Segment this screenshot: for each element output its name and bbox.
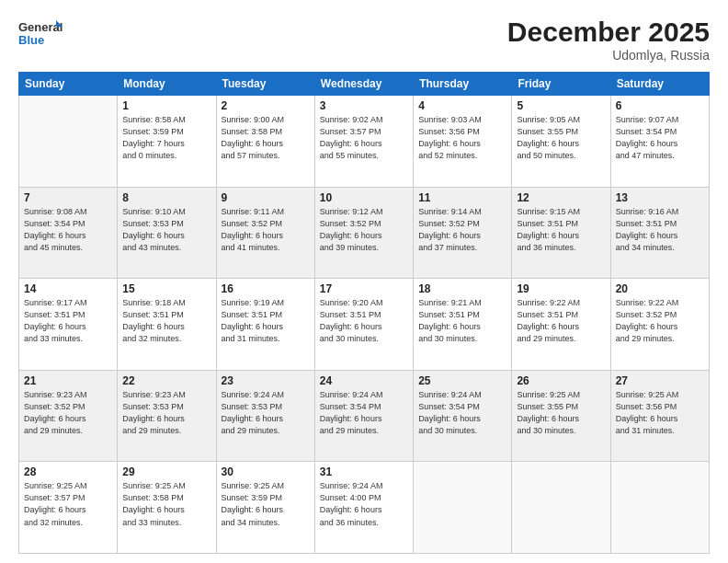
day-info: Sunrise: 9:25 AMSunset: 3:58 PMDaylight:… bbox=[122, 480, 210, 528]
day-info: Sunrise: 9:20 AMSunset: 3:51 PMDaylight:… bbox=[320, 297, 408, 345]
day-number: 8 bbox=[122, 191, 210, 204]
day-info: Sunrise: 9:24 AMSunset: 3:53 PMDaylight:… bbox=[222, 389, 310, 437]
calendar-cell: 6Sunrise: 9:07 AMSunset: 3:54 PMDaylight… bbox=[610, 96, 709, 188]
month-title: December 2025 bbox=[507, 17, 710, 48]
day-info: Sunrise: 9:25 AMSunset: 3:59 PMDaylight:… bbox=[222, 480, 310, 528]
title-block: December 2025 Udomlya, Russia bbox=[507, 17, 710, 63]
page: General Blue December 2025 Udomlya, Russ… bbox=[0, 0, 728, 563]
day-number: 31 bbox=[320, 465, 408, 478]
week-row-2: 7Sunrise: 9:08 AMSunset: 3:54 PMDaylight… bbox=[19, 187, 710, 279]
day-info: Sunrise: 9:22 AMSunset: 3:52 PMDaylight:… bbox=[616, 297, 704, 345]
day-number: 2 bbox=[222, 99, 310, 112]
day-info: Sunrise: 9:24 AMSunset: 3:54 PMDaylight:… bbox=[418, 389, 506, 437]
calendar-cell: 20Sunrise: 9:22 AMSunset: 3:52 PMDayligh… bbox=[610, 279, 709, 371]
weekday-saturday: Saturday bbox=[610, 73, 709, 96]
day-number: 4 bbox=[418, 99, 506, 112]
calendar-cell: 25Sunrise: 9:24 AMSunset: 3:54 PMDayligh… bbox=[414, 370, 512, 462]
day-number: 24 bbox=[320, 374, 408, 387]
day-info: Sunrise: 9:08 AMSunset: 3:54 PMDaylight:… bbox=[24, 206, 112, 254]
day-number: 18 bbox=[418, 282, 506, 295]
day-number: 5 bbox=[517, 99, 605, 112]
weekday-tuesday: Tuesday bbox=[216, 73, 314, 96]
calendar-cell: 29Sunrise: 9:25 AMSunset: 3:58 PMDayligh… bbox=[118, 462, 216, 554]
calendar-cell: 17Sunrise: 9:20 AMSunset: 3:51 PMDayligh… bbox=[314, 279, 413, 371]
calendar-cell: 1Sunrise: 8:58 AMSunset: 3:59 PMDaylight… bbox=[118, 96, 216, 188]
day-info: Sunrise: 9:10 AMSunset: 3:53 PMDaylight:… bbox=[122, 206, 210, 254]
day-info: Sunrise: 9:15 AMSunset: 3:51 PMDaylight:… bbox=[517, 206, 605, 254]
weekday-header-row: SundayMondayTuesdayWednesdayThursdayFrid… bbox=[19, 73, 710, 96]
day-number: 13 bbox=[616, 191, 704, 204]
calendar-cell: 16Sunrise: 9:19 AMSunset: 3:51 PMDayligh… bbox=[216, 279, 314, 371]
calendar-table: SundayMondayTuesdayWednesdayThursdayFrid… bbox=[18, 72, 710, 554]
day-info: Sunrise: 9:21 AMSunset: 3:51 PMDaylight:… bbox=[418, 297, 506, 345]
calendar-cell: 18Sunrise: 9:21 AMSunset: 3:51 PMDayligh… bbox=[414, 279, 512, 371]
header: General Blue December 2025 Udomlya, Russ… bbox=[18, 17, 710, 63]
day-number: 15 bbox=[122, 282, 210, 295]
day-info: Sunrise: 8:58 AMSunset: 3:59 PMDaylight:… bbox=[122, 114, 210, 162]
day-info: Sunrise: 9:24 AMSunset: 3:54 PMDaylight:… bbox=[320, 389, 408, 437]
calendar-cell: 13Sunrise: 9:16 AMSunset: 3:51 PMDayligh… bbox=[610, 187, 709, 279]
week-row-5: 28Sunrise: 9:25 AMSunset: 3:57 PMDayligh… bbox=[19, 462, 710, 554]
day-number: 6 bbox=[616, 99, 704, 112]
day-number: 17 bbox=[320, 282, 408, 295]
day-number: 14 bbox=[24, 282, 112, 295]
day-number: 26 bbox=[517, 374, 605, 387]
location: Udomlya, Russia bbox=[507, 48, 710, 63]
calendar-cell: 24Sunrise: 9:24 AMSunset: 3:54 PMDayligh… bbox=[314, 370, 413, 462]
calendar-cell: 5Sunrise: 9:05 AMSunset: 3:55 PMDaylight… bbox=[512, 96, 610, 188]
day-number: 21 bbox=[24, 374, 112, 387]
day-number: 1 bbox=[122, 99, 210, 112]
calendar-cell: 3Sunrise: 9:02 AMSunset: 3:57 PMDaylight… bbox=[314, 96, 413, 188]
day-number: 28 bbox=[24, 465, 112, 478]
week-row-3: 14Sunrise: 9:17 AMSunset: 3:51 PMDayligh… bbox=[19, 279, 710, 371]
weekday-sunday: Sunday bbox=[19, 73, 118, 96]
calendar-cell: 22Sunrise: 9:23 AMSunset: 3:53 PMDayligh… bbox=[118, 370, 216, 462]
day-number: 10 bbox=[320, 191, 408, 204]
calendar-cell: 7Sunrise: 9:08 AMSunset: 3:54 PMDaylight… bbox=[19, 187, 118, 279]
calendar-cell: 28Sunrise: 9:25 AMSunset: 3:57 PMDayligh… bbox=[19, 462, 118, 554]
weekday-friday: Friday bbox=[512, 73, 610, 96]
weekday-thursday: Thursday bbox=[414, 73, 512, 96]
weekday-monday: Monday bbox=[118, 73, 216, 96]
day-info: Sunrise: 9:24 AMSunset: 4:00 PMDaylight:… bbox=[320, 480, 408, 528]
day-info: Sunrise: 9:23 AMSunset: 3:53 PMDaylight:… bbox=[122, 389, 210, 437]
day-number: 12 bbox=[517, 191, 605, 204]
calendar-cell: 9Sunrise: 9:11 AMSunset: 3:52 PMDaylight… bbox=[216, 187, 314, 279]
day-number: 22 bbox=[122, 374, 210, 387]
day-info: Sunrise: 9:23 AMSunset: 3:52 PMDaylight:… bbox=[24, 389, 112, 437]
logo: General Blue bbox=[18, 17, 64, 50]
calendar-cell bbox=[512, 462, 610, 554]
calendar-cell bbox=[414, 462, 512, 554]
calendar-cell: 31Sunrise: 9:24 AMSunset: 4:00 PMDayligh… bbox=[314, 462, 413, 554]
svg-text:Blue: Blue bbox=[18, 33, 44, 47]
weekday-wednesday: Wednesday bbox=[314, 73, 413, 96]
day-info: Sunrise: 9:25 AMSunset: 3:56 PMDaylight:… bbox=[616, 389, 704, 437]
day-number: 19 bbox=[517, 282, 605, 295]
calendar-cell: 21Sunrise: 9:23 AMSunset: 3:52 PMDayligh… bbox=[19, 370, 118, 462]
calendar-cell: 4Sunrise: 9:03 AMSunset: 3:56 PMDaylight… bbox=[414, 96, 512, 188]
day-number: 25 bbox=[418, 374, 506, 387]
day-info: Sunrise: 9:17 AMSunset: 3:51 PMDaylight:… bbox=[24, 297, 112, 345]
day-info: Sunrise: 9:25 AMSunset: 3:57 PMDaylight:… bbox=[24, 480, 112, 528]
calendar-cell: 19Sunrise: 9:22 AMSunset: 3:51 PMDayligh… bbox=[512, 279, 610, 371]
calendar-cell: 26Sunrise: 9:25 AMSunset: 3:55 PMDayligh… bbox=[512, 370, 610, 462]
calendar-cell: 2Sunrise: 9:00 AMSunset: 3:58 PMDaylight… bbox=[216, 96, 314, 188]
calendar-cell: 23Sunrise: 9:24 AMSunset: 3:53 PMDayligh… bbox=[216, 370, 314, 462]
logo-svg: General Blue bbox=[18, 17, 64, 50]
day-info: Sunrise: 9:19 AMSunset: 3:51 PMDaylight:… bbox=[222, 297, 310, 345]
day-info: Sunrise: 9:12 AMSunset: 3:52 PMDaylight:… bbox=[320, 206, 408, 254]
day-info: Sunrise: 9:05 AMSunset: 3:55 PMDaylight:… bbox=[517, 114, 605, 162]
calendar-cell: 14Sunrise: 9:17 AMSunset: 3:51 PMDayligh… bbox=[19, 279, 118, 371]
day-info: Sunrise: 9:25 AMSunset: 3:55 PMDaylight:… bbox=[517, 389, 605, 437]
day-info: Sunrise: 9:03 AMSunset: 3:56 PMDaylight:… bbox=[418, 114, 506, 162]
day-info: Sunrise: 9:14 AMSunset: 3:52 PMDaylight:… bbox=[418, 206, 506, 254]
calendar-cell bbox=[19, 96, 118, 188]
day-info: Sunrise: 9:00 AMSunset: 3:58 PMDaylight:… bbox=[222, 114, 310, 162]
day-number: 30 bbox=[222, 465, 310, 478]
day-number: 7 bbox=[24, 191, 112, 204]
day-number: 27 bbox=[616, 374, 704, 387]
day-info: Sunrise: 9:07 AMSunset: 3:54 PMDaylight:… bbox=[616, 114, 704, 162]
calendar-cell bbox=[610, 462, 709, 554]
calendar-cell: 8Sunrise: 9:10 AMSunset: 3:53 PMDaylight… bbox=[118, 187, 216, 279]
calendar-cell: 10Sunrise: 9:12 AMSunset: 3:52 PMDayligh… bbox=[314, 187, 413, 279]
